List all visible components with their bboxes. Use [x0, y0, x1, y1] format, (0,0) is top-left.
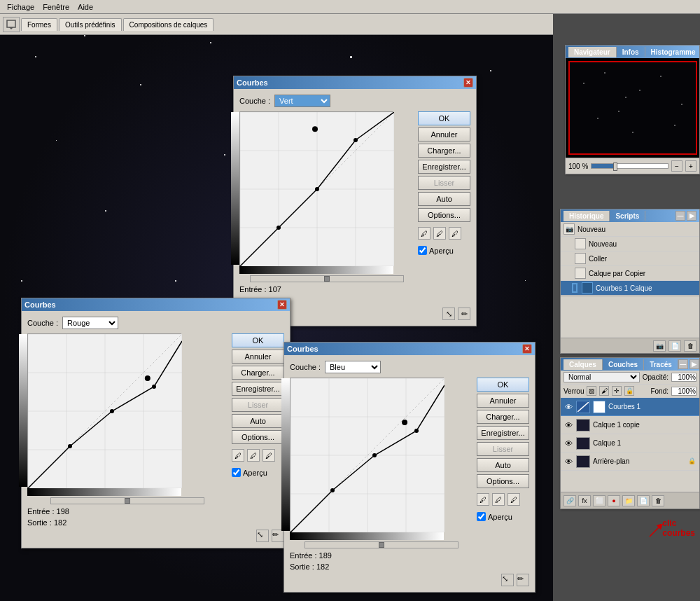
curves-green-pencil-icon[interactable]: ✏ [458, 308, 470, 320]
layers-new-btn[interactable]: 📄 [637, 495, 650, 506]
layers-link-btn[interactable]: 🔗 [564, 495, 576, 506]
layers-minimize[interactable]: — [678, 359, 688, 369]
enregistrer-button-blue[interactable]: Enregistrer... [477, 426, 529, 440]
opacite-input[interactable] [671, 373, 696, 382]
lisser-button-blue[interactable]: Lisser [477, 442, 529, 456]
annuler-button-blue[interactable]: Annuler [477, 394, 529, 408]
curves-red-close[interactable]: ✕ [277, 300, 287, 310]
eyedropper-gray-red[interactable]: 🖊 [247, 449, 260, 462]
layer-eye-calque1[interactable]: 👁 [564, 438, 573, 448]
layer-lock-icon: 🔒 [688, 457, 696, 466]
annuler-button-red[interactable]: Annuler [232, 350, 284, 364]
layers-delete-btn[interactable]: 🗑 [652, 495, 664, 506]
ok-button-blue[interactable]: OK [477, 378, 529, 392]
curves-blue-close[interactable]: ✕ [522, 344, 532, 354]
auto-button-red[interactable]: Auto [232, 414, 284, 428]
menu-aide[interactable]: Aide [74, 1, 97, 13]
layer-row-arrierepan[interactable]: 👁 Arrière-plan 🔒 [561, 453, 699, 471]
eyedropper-black-green[interactable]: 🖊 [418, 227, 430, 240]
auto-button-blue[interactable]: Auto [477, 458, 529, 472]
auto-button-green[interactable]: Auto [418, 192, 470, 206]
lock-transparent-btn[interactable]: ▨ [587, 386, 596, 396]
lock-paint-btn[interactable]: 🖌 [599, 386, 609, 396]
options-button-red[interactable]: Options... [232, 430, 284, 444]
layer-row-courbes1[interactable]: 👁 Courbes 1 [561, 398, 699, 416]
layer-eye-calque1copie[interactable]: 👁 [564, 420, 573, 430]
curves-red-titlebar[interactable]: Courbes ✕ [22, 298, 290, 311]
history-delete-btn[interactable]: 🗑 [684, 340, 696, 352]
options-button-green[interactable]: Options... [418, 208, 470, 222]
tab-couches[interactable]: Couches [603, 359, 644, 370]
history-create-doc-btn[interactable]: 📄 [668, 340, 681, 352]
apercu-checkbox-blue[interactable] [477, 512, 486, 521]
curves-green-close[interactable]: ✕ [463, 78, 473, 88]
annuler-button-green[interactable]: Annuler [418, 127, 470, 141]
layers-menu[interactable]: ▶ [690, 359, 699, 369]
lisser-button-green[interactable]: Lisser [418, 176, 470, 190]
history-item-1[interactable]: Nouveau [561, 237, 699, 251]
toolbar-tab-outils[interactable]: Outils prédéfinis [59, 18, 122, 31]
apercu-checkbox-red[interactable] [232, 468, 241, 477]
history-item-3[interactable]: Calque par Copier [561, 266, 699, 281]
navigate-icon[interactable] [3, 17, 20, 32]
navigator-panel: Navigateur Infos Histogramme — ▶ 100 % −… [565, 45, 700, 174]
curves-blue-titlebar[interactable]: Courbes ✕ [284, 343, 535, 355]
layers-mask-btn[interactable]: ⬜ [593, 495, 606, 506]
eyedropper-gray-green[interactable]: 🖊 [433, 227, 446, 240]
layer-eye-arrierepan[interactable]: 👁 [564, 457, 573, 467]
apercu-checkbox-green[interactable] [418, 246, 427, 255]
curves-blue-pencil-icon[interactable]: ✏ [517, 574, 529, 586]
zoom-slider[interactable] [591, 163, 668, 169]
enregistrer-button-green[interactable]: Enregistrer... [418, 160, 470, 174]
history-item-2[interactable]: Coller [561, 251, 699, 266]
eyedropper-white-green[interactable]: 🖊 [449, 227, 461, 240]
layer-row-calque1copie[interactable]: 👁 Calque 1 copie [561, 416, 699, 434]
tab-histogramme[interactable]: Histogramme [645, 47, 700, 57]
zoom-in-button[interactable]: + [685, 160, 696, 172]
tab-navigateur[interactable]: Navigateur [568, 47, 617, 57]
history-minimize[interactable]: — [676, 211, 685, 221]
tab-traces[interactable]: Tracés [644, 359, 678, 370]
couche-select-blue[interactable]: BleuRVBRougeVert [325, 361, 381, 373]
charger-button-green[interactable]: Charger... [418, 144, 470, 158]
blend-mode-select[interactable]: Normal [564, 372, 640, 382]
layers-adjustment-btn[interactable]: ● [608, 495, 620, 506]
ok-button-red[interactable]: OK [232, 333, 284, 347]
tab-historique[interactable]: Historique [564, 211, 610, 221]
curves-red-pencil-icon[interactable]: ✏ [272, 530, 284, 542]
history-new-snapshot-btn[interactable]: 📷 [653, 340, 666, 352]
charger-button-red[interactable]: Charger... [232, 366, 284, 380]
menu-fichage[interactable]: Fichage [3, 1, 38, 13]
options-button-blue[interactable]: Options... [477, 474, 529, 488]
ok-button-green[interactable]: OK [418, 111, 470, 125]
toolbar-tab-compositions[interactable]: Compositions de calques [123, 18, 214, 31]
zoom-out-button[interactable]: − [671, 160, 682, 172]
eyedropper-gray-blue[interactable]: 🖊 [492, 493, 505, 506]
lock-move-btn[interactable]: ✛ [612, 386, 622, 396]
charger-button-blue[interactable]: Charger... [477, 410, 529, 424]
history-item-4-active[interactable]: Courbes 1 Calque [561, 281, 699, 296]
couche-select-green[interactable]: VertRVBRougeBleu [274, 95, 330, 107]
fond-input[interactable] [671, 387, 696, 396]
curves-green-titlebar[interactable]: Courbes ✕ [234, 76, 476, 89]
history-item-nouveau-top[interactable]: Nouveau [578, 226, 606, 233]
eyedropper-white-red[interactable]: 🖊 [262, 449, 275, 462]
layer-eye-courbes1[interactable]: 👁 [564, 402, 573, 412]
eyedropper-white-blue[interactable]: 🖊 [507, 493, 520, 506]
lisser-button-red[interactable]: Lisser [232, 398, 284, 412]
menu-fenetre[interactable]: Fenêtre [38, 1, 74, 13]
curves-blue-content: Couche : BleuRVBRougeVert Entrée : [284, 355, 535, 592]
history-menu[interactable]: ▶ [687, 211, 696, 221]
eyedropper-black-blue[interactable]: 🖊 [477, 493, 489, 506]
eyedropper-black-red[interactable]: 🖊 [232, 449, 244, 462]
layers-style-btn[interactable]: fx [578, 495, 591, 506]
tab-calques[interactable]: Calques [564, 359, 603, 370]
tab-scripts[interactable]: Scripts [610, 211, 645, 221]
lock-all-btn[interactable]: 🔒 [624, 386, 634, 396]
layers-folder-btn[interactable]: 📁 [622, 495, 635, 506]
layer-row-calque1[interactable]: 👁 Calque 1 [561, 434, 699, 453]
toolbar-tab-formes[interactable]: Formes [21, 18, 57, 31]
enregistrer-button-red[interactable]: Enregistrer... [232, 382, 284, 396]
couche-select-red[interactable]: RougeRVBVertBleu [62, 317, 118, 329]
tab-infos[interactable]: Infos [617, 47, 645, 57]
